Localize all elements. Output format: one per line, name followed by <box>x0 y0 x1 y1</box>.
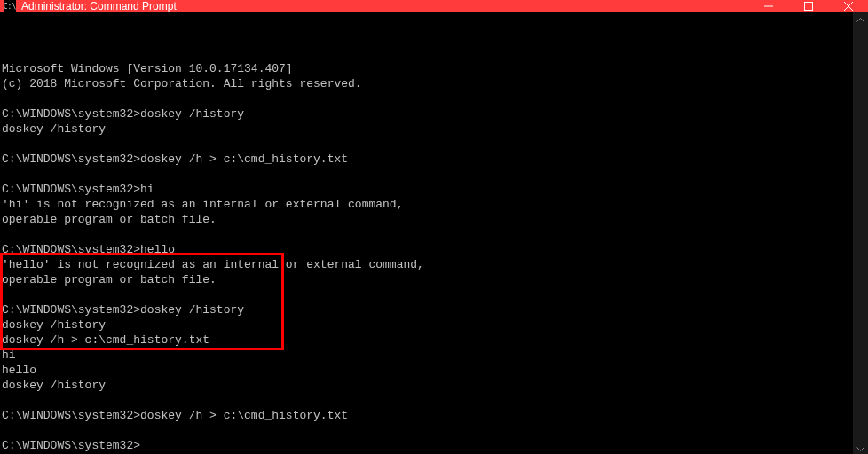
terminal-line: 'hello' is not recognized as an internal… <box>2 257 853 272</box>
window-title: Administrator: Command Prompt <box>21 0 748 12</box>
maximize-icon <box>804 2 813 11</box>
minimize-button[interactable] <box>748 0 788 12</box>
terminal-line <box>2 137 853 152</box>
titlebar[interactable]: C:\ Administrator: Command Prompt <box>0 0 868 12</box>
terminal-line: C:\WINDOWS\system32>doskey /history <box>2 302 853 317</box>
terminal-line: (c) 2018 Microsoft Corporation. All righ… <box>2 76 853 91</box>
terminal-line <box>2 91 853 106</box>
command-prompt-window: C:\ Administrator: Command Prompt Micros… <box>0 0 868 454</box>
chevron-down-icon <box>856 447 864 451</box>
terminal-line: doskey /h > c:\cmd_history.txt <box>2 333 853 348</box>
terminal-line: C:\WINDOWS\system32>doskey /h > c:\cmd_h… <box>2 152 853 167</box>
terminal-line: hi <box>2 348 853 363</box>
scroll-up-arrow[interactable] <box>853 12 868 27</box>
terminal-line: Microsoft Windows [Version 10.0.17134.40… <box>2 61 853 76</box>
maximize-button[interactable] <box>788 0 828 12</box>
scroll-down-arrow[interactable] <box>853 442 868 454</box>
cmd-icon: C:\ <box>4 0 16 12</box>
close-button[interactable] <box>828 0 868 12</box>
terminal-line: C:\WINDOWS\system32> <box>2 438 853 453</box>
terminal-line <box>2 287 853 302</box>
terminal-line: doskey /history <box>2 317 853 333</box>
terminal-line: C:\WINDOWS\system32>hi <box>2 182 853 197</box>
terminal-line: doskey /history <box>2 378 853 393</box>
terminal-line: C:\WINDOWS\system32>doskey /h > c:\cmd_h… <box>2 408 853 423</box>
terminal-line <box>2 393 853 408</box>
window-controls <box>748 0 868 12</box>
terminal-line: doskey /history <box>2 121 853 137</box>
terminal-line: operable program or batch file. <box>2 212 853 227</box>
terminal-line: hello <box>2 363 853 378</box>
chevron-up-icon <box>856 18 864 22</box>
terminal-line: C:\WINDOWS\system32>doskey /history <box>2 106 853 121</box>
close-icon <box>844 2 853 11</box>
terminal-line: C:\WINDOWS\system32>hello <box>2 242 853 257</box>
terminal-content[interactable]: Microsoft Windows [Version 10.0.17134.40… <box>0 12 853 454</box>
svg-rect-1 <box>804 3 812 11</box>
terminal-line: 'hi' is not recognized as an internal or… <box>2 197 853 212</box>
terminal-line: operable program or batch file. <box>2 272 853 287</box>
minimize-icon <box>764 2 773 11</box>
terminal-line <box>2 167 853 182</box>
vertical-scrollbar[interactable] <box>853 12 868 454</box>
terminal-area: Microsoft Windows [Version 10.0.17134.40… <box>0 12 868 454</box>
terminal-line <box>2 227 853 242</box>
terminal-line <box>2 423 853 438</box>
